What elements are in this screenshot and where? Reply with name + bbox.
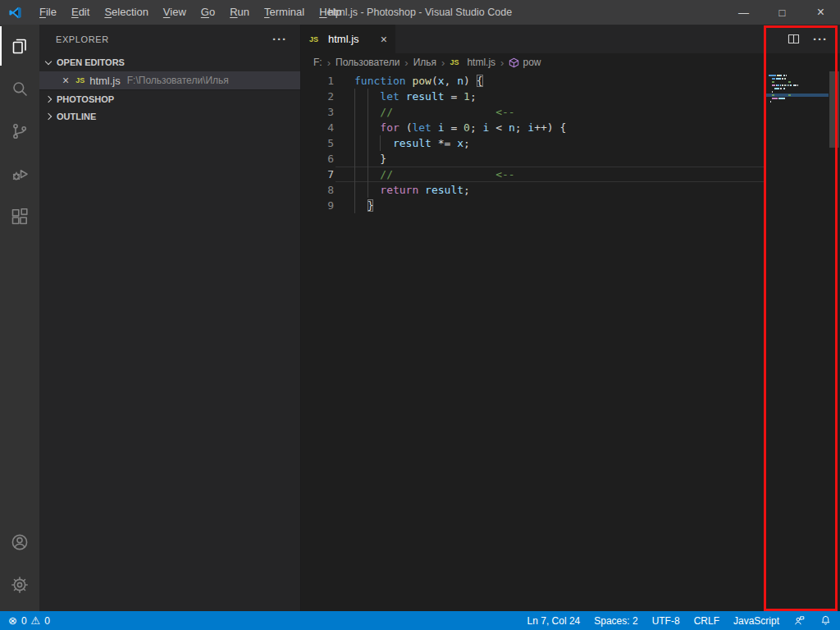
eol-status[interactable]: CRLF (694, 615, 719, 627)
code-token (457, 90, 463, 103)
code-token (554, 121, 560, 134)
problems-status[interactable]: ⊗ 0 ⚠ 0 (8, 614, 50, 627)
breadcrumb-drive[interactable]: F: (313, 57, 322, 68)
code-token: result (425, 184, 463, 196)
editor-body: 1function pow(x, n) {2 let result = 1;3 … (301, 71, 840, 611)
tab-htmljs[interactable]: JS html.js × (301, 25, 395, 53)
code-line-2[interactable]: 2 let result = 1; (301, 89, 765, 104)
indent-guide (354, 89, 355, 104)
code-line-4[interactable]: 4 for (let i = 0; i < n; i++) { (301, 120, 765, 135)
indent-guide (368, 89, 368, 104)
close-editor-icon[interactable]: × (62, 74, 69, 87)
code-token (431, 137, 438, 149)
menu-selection[interactable]: Selection (97, 0, 155, 25)
code-token (393, 106, 495, 118)
code-token: ( (431, 75, 438, 87)
window-controls: — □ × (724, 0, 840, 25)
breadcrumb-symbol[interactable]: pow (509, 57, 541, 68)
language-mode-status[interactable]: JavaScript (733, 615, 779, 627)
breadcrumb-folder[interactable]: Илья (413, 57, 436, 68)
code-token (470, 75, 477, 87)
section-photoshop-folder[interactable]: PHOTOSHOP (39, 89, 300, 107)
activity-bar (0, 25, 39, 611)
more-actions-icon[interactable]: ··· (272, 32, 287, 46)
menu-edit[interactable]: Edit (64, 0, 97, 25)
code-line-7[interactable]: 7 // <-- (301, 167, 765, 182)
minimap[interactable] (765, 71, 829, 611)
source-control-icon[interactable] (0, 112, 39, 151)
line-number: 2 (301, 90, 334, 103)
line-number: 4 (301, 121, 334, 134)
code-token: pow (412, 75, 431, 87)
minimize-button[interactable]: — (724, 0, 763, 25)
code-line-3[interactable]: 3 // <-- (301, 104, 765, 120)
menu-terminal[interactable]: Terminal (257, 0, 312, 25)
open-editor-item-htmljs[interactable]: × JS html.js F:\Пользователи\Илья (39, 71, 300, 89)
close-button[interactable]: × (801, 0, 840, 25)
breadcrumb-symbol-label: pow (523, 57, 541, 68)
section-open-editors[interactable]: OPEN EDITORS (39, 53, 300, 71)
code-editor[interactable]: 1function pow(x, n) {2 let result = 1;3 … (301, 71, 765, 611)
code-token (450, 75, 457, 87)
code-token: { (477, 75, 483, 87)
error-icon: ⊗ (8, 614, 17, 627)
accounts-icon[interactable] (0, 523, 39, 562)
code-token (477, 121, 483, 134)
breadcrumb-file[interactable]: JS html.js (450, 57, 495, 68)
code-token (399, 90, 406, 103)
indent-guide (368, 182, 368, 198)
code-token: ; (515, 121, 522, 134)
code-token: = (450, 121, 457, 134)
code-token: i (483, 121, 490, 134)
notifications-bell-icon[interactable] (819, 614, 832, 627)
code-line-6[interactable]: 6 } (301, 151, 765, 167)
menu-run[interactable]: Run (222, 0, 257, 25)
code-token (406, 75, 413, 87)
menu-go[interactable]: Go (194, 0, 222, 25)
code-token: ; (470, 121, 477, 134)
code-line-8[interactable]: 8 return result; (301, 182, 765, 198)
code-line-5[interactable]: 5 result *= x; (301, 135, 765, 151)
section-outline[interactable]: OUTLINE (39, 107, 300, 126)
feedback-icon[interactable] (793, 614, 806, 627)
indentation-status[interactable]: Spaces: 2 (594, 615, 637, 627)
tab-close-icon[interactable]: × (381, 33, 387, 46)
line-number: 1 (301, 75, 334, 87)
maximize-button[interactable]: □ (763, 0, 801, 25)
code-token: n (457, 75, 463, 87)
breadcrumb-folder[interactable]: Пользователи (336, 57, 399, 68)
run-and-debug-icon[interactable] (0, 154, 39, 194)
code-token: x (457, 137, 463, 149)
line-number: 5 (301, 137, 334, 149)
minimap-line (769, 100, 829, 103)
code-token: return (380, 184, 418, 196)
error-count: 0 (21, 615, 27, 627)
code-token: ( (406, 121, 413, 134)
editor-scrollbar[interactable] (829, 71, 840, 611)
breadcrumb-separator: › (404, 57, 408, 69)
scrollbar-slider[interactable] (829, 71, 839, 148)
code-token: = (450, 90, 457, 103)
window-title: html.js - Photoshop - Visual Studio Code (328, 7, 512, 18)
js-file-icon: JS (450, 58, 459, 66)
settings-gear-icon[interactable] (0, 565, 39, 605)
section-label: OUTLINE (57, 112, 96, 121)
explorer-icon[interactable] (0, 26, 39, 66)
split-editor-icon[interactable] (787, 32, 801, 46)
encoding-status[interactable]: UTF-8 (652, 615, 680, 627)
code-token: i (527, 121, 534, 134)
line-number: 3 (301, 106, 334, 118)
more-actions-icon[interactable]: ··· (813, 32, 828, 46)
code-line-1[interactable]: 1function pow(x, n) { (301, 73, 765, 89)
code-token: ++) (534, 121, 553, 134)
code-line-9[interactable]: 9 } (301, 198, 765, 213)
workbench: EXPLORER ··· OPEN EDITORS × JS html.js F… (0, 25, 840, 611)
extensions-icon[interactable] (0, 197, 39, 236)
line-number: 7 (301, 168, 334, 180)
menu-view[interactable]: View (156, 0, 194, 25)
menu-file[interactable]: File (32, 0, 64, 25)
search-icon[interactable] (0, 69, 39, 108)
indent-guide (354, 135, 355, 151)
cursor-position-status[interactable]: Ln 7, Col 24 (527, 615, 581, 627)
code-token: i (438, 121, 445, 134)
